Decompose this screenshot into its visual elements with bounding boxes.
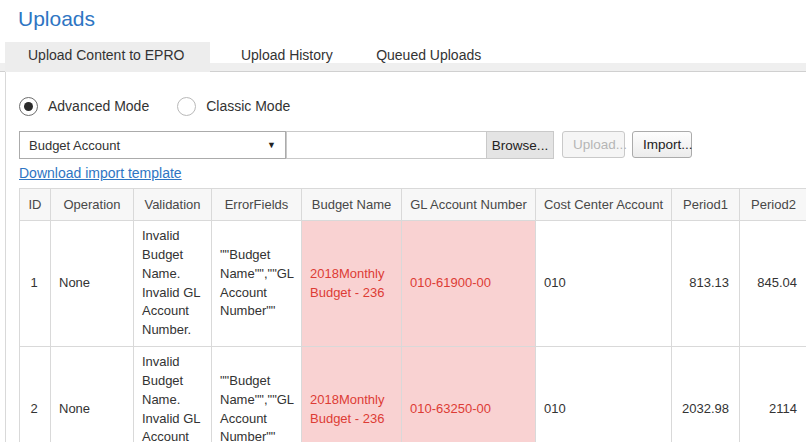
file-upload-control: Browse... (286, 131, 554, 159)
table-row: 2 None Invalid Budget Name. Invalid GL A… (20, 347, 806, 442)
table-row: 1 None Invalid Budget Name. Invalid GL A… (20, 221, 806, 347)
radio-classic-mode-label: Classic Mode (206, 98, 290, 114)
cell-period1: 2032.98 (672, 347, 740, 442)
radio-unselected-icon[interactable] (177, 97, 196, 116)
cell-period2: 845.04 (740, 221, 806, 347)
cell-cost-center-account: 010 (536, 221, 672, 347)
col-header-period1: Period1 (672, 189, 740, 221)
page-title: Uploads (18, 7, 806, 31)
file-path-input[interactable] (287, 132, 486, 158)
cell-validation: Invalid Budget Name. Invalid GL Account … (134, 221, 212, 347)
col-header-validation: Validation (134, 189, 212, 221)
col-header-id: ID (20, 189, 51, 221)
upload-content-panel: Advanced Mode Classic Mode Budget Accoun… (5, 72, 806, 442)
mode-radio-group: Advanced Mode Classic Mode (19, 96, 806, 116)
tab-upload-content-to-epro[interactable]: Upload Content to EPRO (5, 42, 210, 72)
table-header-row: ID Operation Validation ErrorFields Budg… (20, 189, 806, 221)
radio-classic-mode[interactable]: Classic Mode (177, 97, 290, 116)
radio-selected-icon[interactable] (19, 97, 38, 116)
cell-period1: 813.13 (672, 221, 740, 347)
download-template-link[interactable]: Download import template (19, 165, 182, 181)
cell-gl-account-number: 010-61900-00 (402, 221, 536, 347)
cell-error-fields: ""Budget Name"",""GL Account Number"" (212, 347, 302, 442)
upload-type-select-value: Budget Account (29, 138, 120, 153)
cell-operation: None (51, 347, 134, 442)
cell-validation: Invalid Budget Name. Invalid GL Account … (134, 347, 212, 442)
col-header-cost-center-account: Cost Center Account (536, 189, 672, 221)
import-button[interactable]: Import... (632, 131, 692, 158)
browse-button[interactable]: Browse... (486, 132, 553, 158)
cell-error-fields: ""Budget Name"",""GL Account Number"" (212, 221, 302, 347)
cell-budget-name: 2018Monthly Budget - 236 (302, 221, 402, 347)
upload-button[interactable]: Upload... (562, 131, 625, 158)
chevron-down-icon: ▼ (267, 140, 276, 150)
col-header-gl-account-number: GL Account Number (402, 189, 536, 221)
cell-operation: None (51, 221, 134, 347)
cell-cost-center-account: 010 (536, 347, 672, 442)
cell-id: 2 (20, 347, 51, 442)
upload-controls-row: Budget Account ▼ Browse... Upload... Imp… (19, 131, 806, 159)
radio-advanced-mode-label: Advanced Mode (48, 98, 149, 114)
cell-budget-name: 2018Monthly Budget - 236 (302, 347, 402, 442)
radio-advanced-mode[interactable]: Advanced Mode (19, 97, 149, 116)
cell-period2: 2114 (740, 347, 806, 442)
col-header-period2: Period2 (740, 189, 806, 221)
tab-upload-history[interactable]: Upload History (228, 42, 346, 72)
col-header-errorfields: ErrorFields (212, 189, 302, 221)
tab-queued-uploads[interactable]: Queued Uploads (363, 42, 494, 72)
cell-id: 1 (20, 221, 51, 347)
validation-results-table: ID Operation Validation ErrorFields Budg… (19, 188, 806, 442)
tab-strip: Upload Content to EPRO Upload History Qu… (0, 42, 806, 72)
cell-gl-account-number: 010-63250-00 (402, 347, 536, 442)
col-header-operation: Operation (51, 189, 134, 221)
upload-type-select[interactable]: Budget Account ▼ (19, 131, 286, 159)
col-header-budget-name: Budget Name (302, 189, 402, 221)
